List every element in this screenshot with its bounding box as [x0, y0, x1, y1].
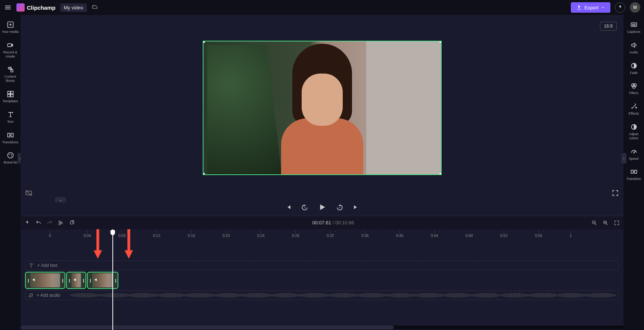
video-clip[interactable]: ||||: [87, 272, 118, 289]
undo-button[interactable]: [35, 220, 41, 226]
rightnav-item-label: Adjust colors: [625, 132, 643, 140]
rightnav-item-label: Effects: [629, 112, 639, 116]
zoom-in-button[interactable]: [603, 220, 609, 226]
timeline-scroll-thumb[interactable]: [21, 326, 394, 329]
magic-tool-button[interactable]: [24, 220, 30, 226]
sidebar-item-templates[interactable]: Templates: [0, 87, 21, 107]
ruler-mark: 0:08: [118, 231, 125, 238]
help-button[interactable]: [615, 2, 625, 13]
project-name-label: My video: [64, 5, 83, 10]
video-clip[interactable]: ||||: [66, 272, 86, 289]
total-duration: 00:10.86: [335, 220, 354, 225]
cloud-sync-icon[interactable]: [91, 4, 98, 12]
rightnav-item-effects[interactable]: Effects: [623, 99, 644, 119]
project-name-input[interactable]: My video: [60, 3, 87, 12]
copy-button[interactable]: [69, 220, 75, 226]
forward-5-button[interactable]: 5: [336, 203, 343, 211]
clip-trim-right[interactable]: ||: [81, 273, 85, 288]
svg-point-11: [9, 154, 10, 155]
svg-rect-6: [7, 94, 10, 97]
sidebar-item-transitions[interactable]: Transitions: [0, 128, 21, 148]
video-preview[interactable]: [203, 41, 442, 175]
sidebar-item-label: Record & create: [1, 50, 19, 59]
play-button[interactable]: [317, 202, 327, 212]
aspect-ratio-button[interactable]: 16:9: [600, 22, 617, 31]
expand-panel-button[interactable]: ⌄: [55, 197, 66, 202]
clip-trim-left[interactable]: ||: [26, 273, 30, 288]
ruler-mark: 0:24: [257, 231, 264, 238]
redo-button[interactable]: [47, 220, 53, 226]
ruler-mark: 0:40: [396, 231, 403, 238]
export-button[interactable]: Export: [571, 2, 610, 13]
app-logo[interactable]: Clipchamp: [16, 3, 56, 12]
export-button-label: Export: [584, 5, 598, 10]
resize-handle-tl[interactable]: [203, 41, 205, 43]
rightnav-item-adjust-colors[interactable]: Adjust colors: [623, 119, 644, 144]
ruler-mark: 0:04: [84, 231, 91, 238]
rightnav-item-label: Fade: [630, 71, 638, 75]
fullscreen-button[interactable]: [612, 189, 619, 198]
rightnav-item-captions[interactable]: CC Captions: [623, 17, 644, 38]
sidebar-item-record-create[interactable]: Record & create: [0, 38, 21, 62]
user-avatar[interactable]: M: [630, 2, 640, 13]
svg-rect-30: [631, 170, 633, 173]
rightnav-item-speed[interactable]: Speed: [623, 144, 644, 165]
rightnav-item-label: Captions: [627, 30, 641, 34]
playhead-knob[interactable]: [111, 230, 115, 235]
svg-rect-3: [10, 70, 13, 72]
audio-track-label: + Add audio: [37, 293, 60, 298]
rightnav-item-transition[interactable]: Transition: [623, 164, 644, 185]
sidebar-item-text[interactable]: Text: [0, 107, 21, 128]
ruler-mark: 0:44: [431, 231, 438, 238]
sidebar-item-your-media[interactable]: Your media: [0, 17, 21, 38]
text-track-add[interactable]: + Add text: [25, 261, 619, 270]
rightnav-collapse-button[interactable]: ‹: [621, 153, 626, 164]
video-clip[interactable]: ||||: [25, 272, 65, 289]
chevron-down-icon: [601, 5, 605, 10]
text-track-label: + Add text: [37, 263, 57, 268]
ruler-mark: 0: [49, 231, 51, 238]
svg-point-10: [7, 153, 13, 158]
skip-start-button[interactable]: [284, 203, 292, 211]
music-icon: [28, 293, 34, 298]
current-time: 00:07.61: [312, 220, 331, 225]
rightnav-item-label: Speed: [629, 157, 638, 161]
clip-trim-left[interactable]: ||: [67, 273, 71, 288]
skip-end-button[interactable]: [352, 203, 360, 211]
clip-audio-icon[interactable]: [94, 277, 99, 284]
captions-off-icon[interactable]: [25, 189, 32, 198]
sidebar-item-content-library[interactable]: Content library: [0, 62, 21, 87]
clip-audio-icon[interactable]: [32, 277, 37, 284]
timeline-scrollbar[interactable]: [21, 326, 623, 329]
sidebar-item-label: Content library: [1, 75, 19, 83]
clip-audio-icon[interactable]: [73, 277, 78, 284]
sidebar-item-label: Templates: [3, 99, 18, 103]
video-clip-track: ||||||||||||: [25, 272, 619, 289]
ruler-mark: 0:12: [153, 231, 160, 238]
clip-trim-right[interactable]: ||: [113, 273, 118, 288]
ruler-mark: 1: [570, 231, 572, 238]
resize-handle-bl[interactable]: [203, 173, 205, 175]
fit-timeline-button[interactable]: [614, 220, 620, 226]
time-display: 00:07.61 / 00:10.86: [80, 220, 586, 225]
rightnav-item-filters[interactable]: Filters: [623, 78, 644, 99]
clip-trim-right[interactable]: ||: [60, 273, 65, 288]
svg-point-17: [59, 221, 60, 222]
zoom-out-button[interactable]: [591, 220, 597, 226]
playhead[interactable]: [112, 229, 113, 330]
rewind-5-button[interactable]: 5: [301, 203, 308, 211]
svg-rect-19: [70, 221, 73, 224]
svg-rect-1: [7, 44, 11, 47]
resize-handle-br[interactable]: [439, 173, 442, 175]
sidebar-item-label: Your media: [2, 30, 19, 34]
rightnav-item-fade[interactable]: Fade: [623, 58, 644, 79]
clipchamp-logo-icon: [16, 3, 25, 12]
hamburger-menu[interactable]: [4, 3, 12, 12]
split-button[interactable]: [58, 220, 64, 226]
rightnav-item-label: Audio: [629, 50, 638, 55]
rightnav-item-audio[interactable]: Audio: [623, 38, 644, 58]
svg-text:5: 5: [304, 206, 305, 209]
audio-track-add[interactable]: + Add audio: [25, 290, 619, 300]
ruler-mark: 0:20: [223, 231, 230, 238]
clip-trim-left[interactable]: ||: [88, 273, 92, 288]
